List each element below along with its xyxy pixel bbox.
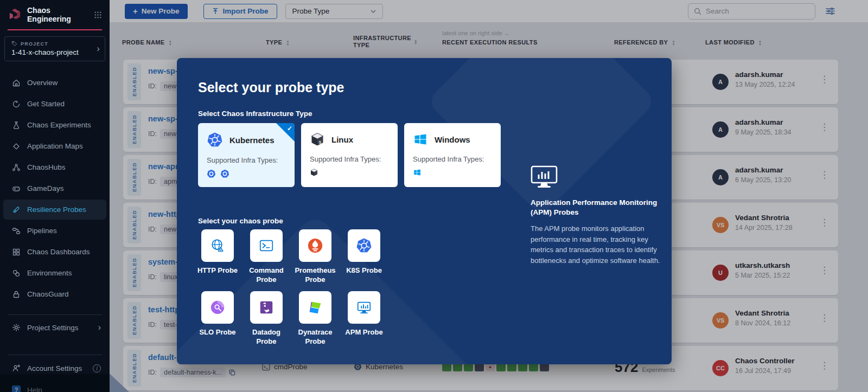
windows-icon [413,132,428,147]
probe-tile-command[interactable]: Command Probe [244,229,289,284]
k8s-probe-icon [356,237,372,254]
diamond-icon [12,142,21,151]
probe-tile-label: Prometheus Probe [292,266,338,284]
dynatrace-probe-icon [307,299,323,316]
dashboard-grid-icon [12,248,21,256]
sidebar-item-overview[interactable]: Overview [0,72,110,93]
probe-tile-datadog[interactable]: Datadog Probe [244,291,289,346]
infra-card-name: Linux [331,135,353,144]
probe-tile-label: Dynatrace Probe [292,328,338,346]
chevron-right-icon: › [98,323,101,332]
project-name: 1-41-x-chaos-project [11,48,91,56]
probe-tile-label: Command Probe [244,266,289,284]
sidebar-item-label: Pipelines [27,227,57,235]
infra-cards: ✓ Kubernetes Supported Infra Types: $ Li… [198,123,501,187]
infra-card-windows[interactable]: Windows Supported Infra Types: [404,123,501,187]
user-gear-icon [12,364,21,372]
app-title: Chaos Engineering [27,6,89,23]
supported-infra-icons [207,169,286,178]
sidebar-item-application-maps[interactable]: Application Maps [0,136,110,157]
sidebar-item-label: Project Settings [27,324,92,332]
sidebar-item-chaos-experiments[interactable]: Chaos Experiments [0,114,110,136]
module-accent-rule [8,29,102,30]
probe-info-title: Application Performance Monitoring (APM)… [531,198,665,217]
probe-tile-label: K8S Probe [346,266,382,284]
supported-infra-label: Supported Infra Types: [310,155,389,163]
supported-infra-icons [413,168,492,177]
probe-tile-dynatrace[interactable]: Dynatrace Probe [292,291,338,346]
probe-tile-label: HTTP Probe [197,266,238,284]
linux-icon [310,168,318,177]
probe-tile-apm[interactable]: APM Probe [341,291,387,346]
select-probe-type-modal: Select your probe type Select Chaos Infr… [177,58,672,364]
infra-card-name: Kubernetes [229,136,275,145]
sidebar-item-label: Resilience Probes [27,205,86,214]
probe-tiles: HTTP Probe Command Probe Prometheus Prob… [195,229,387,346]
sidebar-item-label: ChaosHubs [27,163,66,171]
infra-card-linux[interactable]: $ Linux Supported Infra Types: [301,123,398,187]
info-icon: i [93,364,101,372]
supported-infra-label: Supported Infra Types: [413,155,492,163]
sidebar-item-chaos-dashboards[interactable]: Chaos Dashboards [0,241,110,262]
lock-icon [12,290,21,299]
probe-tile-slo[interactable]: SLO Probe [195,291,240,346]
chaos-engineering-app: Chaos Engineering PROJECT 1-41-x-chaos-p… [0,0,868,392]
slo-probe-icon [209,299,226,316]
linux-icon: $ [310,132,325,147]
kubernetes-icon [207,169,216,178]
sidebar-item-environments[interactable]: Environments [0,262,110,284]
chaos-engineering-logo [8,8,22,22]
sidebar-item-label: GameDays [27,184,64,192]
sidebar-item-chaoshubs[interactable]: ChaosHubs [0,157,110,178]
sidebar-item-chaosguard[interactable]: ChaosGuard [0,284,110,305]
gear-icon [12,323,21,332]
divider [8,314,102,315]
sidebar-bottom-dimmer [0,374,110,392]
sidebar-item-get-started[interactable]: Get Started [0,93,110,114]
project-selector[interactable]: PROJECT 1-41-x-chaos-project › [4,36,105,61]
probe-tile-k8s[interactable]: K8S Probe [341,229,387,284]
sidebar-item-pipelines[interactable]: Pipelines [0,220,110,241]
sidebar-item-label: Chaos Experiments [27,121,91,129]
sidebar-item-label: Application Maps [27,142,83,150]
sidebar-item-label: ChaosGuard [27,290,69,298]
probe-tile-label: Datadog Probe [244,328,289,346]
windows-icon [413,168,422,177]
infra-section-label: Select Chaos Infrastructure Type [198,110,312,118]
sidebar: Chaos Engineering PROJECT 1-41-x-chaos-p… [0,0,110,392]
infra-card-name: Windows [435,135,470,144]
pipeline-icon [12,227,21,235]
sidebar-item-project-settings[interactable]: Project Settings › [0,317,110,338]
supported-infra-icons [310,168,389,177]
http-probe-icon [209,237,226,254]
home-icon [12,79,21,87]
probe-tile-label: SLO Probe [199,328,235,346]
gamepad-icon [12,184,21,193]
probe-info-panel: Application Performance Monitoring (APM)… [531,165,665,266]
sidebar-item-label: Chaos Dashboards [27,248,90,256]
sidebar-item-gamedays[interactable]: GameDays [0,178,110,199]
command-probe-icon [258,237,275,254]
probe-tile-http[interactable]: HTTP Probe [195,229,240,284]
probe-tile-prometheus[interactable]: Prometheus Probe [292,229,338,284]
sidebar-item-label: Get Started [27,100,65,108]
divider [8,355,102,355]
probe-info-description: The APM probe monitors application perfo… [531,223,665,266]
svg-text:$: $ [319,140,322,145]
environments-icon [12,269,21,278]
sidebar-item-label: Overview [27,79,58,87]
chevron-right-icon: › [97,43,100,54]
infra-card-kubernetes[interactable]: ✓ Kubernetes Supported Infra Types: [198,123,295,187]
project-tag-icon [11,41,17,47]
sidebar-item-label: Environments [27,269,72,277]
datadog-probe-icon [258,299,275,316]
kubernetes-icon [207,132,223,148]
module-grid-icon[interactable] [94,11,102,19]
prometheus-probe-icon [307,237,323,254]
sidebar-nav: Overview Get Started Chaos Experiments A… [0,72,110,305]
get-started-icon [12,100,21,108]
monitor-icon [531,165,665,189]
sidebar-item-resilience-probes[interactable]: Resilience Probes [0,199,110,220]
modal-title: Select your probe type [198,80,344,95]
probe-tile-label: APM Probe [345,328,382,346]
